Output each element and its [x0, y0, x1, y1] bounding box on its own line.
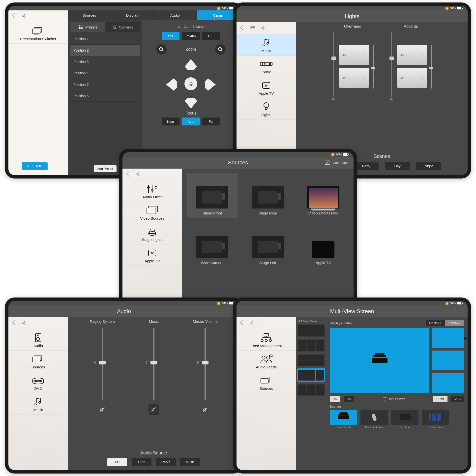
source-stage-rear[interactable]: Stage Rear — [242, 173, 293, 218]
preview-slot-2[interactable] — [432, 351, 464, 370]
preview-slot-1[interactable] — [432, 328, 464, 348]
display-1-button[interactable]: Display 1 — [426, 320, 445, 326]
input-swap-button[interactable]: Input Swap — [382, 396, 405, 402]
preview-main[interactable] — [330, 328, 429, 393]
audiosrc-dvd[interactable]: DVD — [132, 458, 151, 466]
music-slider[interactable]: 5 — [153, 328, 154, 400]
source-appletv[interactable]: Apple TV — [298, 223, 349, 267]
audiosrc-cable[interactable]: Cable — [156, 458, 176, 466]
res-2k-button[interactable]: 2K — [344, 396, 355, 402]
overhead-slider[interactable]: 68 — [331, 32, 336, 101]
accents-off-button[interactable]: OFF💡 — [397, 68, 427, 88]
back-icon[interactable] — [13, 14, 16, 19]
mvsrc-cam-feed[interactable]: Cam Feed — [391, 410, 418, 429]
mvsrc-game-feeds[interactable]: Game Feeds — [330, 410, 357, 429]
sidebar-item-music[interactable]: Music — [237, 34, 296, 56]
cam-privacy-button[interactable]: Privacy — [182, 32, 200, 40]
tab-audio[interactable]: Audio — [154, 10, 197, 20]
preset-row[interactable]: Position 1 — [70, 33, 140, 45]
master-mute[interactable] — [200, 404, 210, 415]
preview-slot-3[interactable] — [432, 373, 464, 393]
subtab-cameras[interactable]: Cameras — [105, 22, 140, 32]
overhead-off-button[interactable]: OFF💡 — [339, 68, 369, 88]
back-icon[interactable] — [127, 172, 130, 177]
source-video-effects-mac[interactable]: Video Effects Mac — [298, 173, 349, 218]
focus-far-button[interactable]: Far — [202, 118, 220, 125]
preset-row[interactable]: Position 2 — [70, 45, 140, 56]
layout-3[interactable] — [298, 339, 325, 352]
scene-party[interactable]: Party — [354, 162, 379, 170]
sidebar-item-sources[interactable]: Sources — [237, 372, 296, 393]
back-icon[interactable] — [13, 321, 16, 326]
dpad-left[interactable] — [166, 78, 177, 91]
release-button[interactable]: RELEASE — [22, 162, 48, 170]
scene-night[interactable]: Night — [416, 162, 441, 170]
accents-mini-slider[interactable] — [430, 45, 432, 89]
mvsrc-game-stats[interactable]: Game Stats — [422, 410, 449, 429]
res-4k-button[interactable]: 4K — [330, 396, 340, 402]
paging-slider[interactable]: 5 — [102, 328, 103, 400]
speaker-icon[interactable] — [250, 320, 255, 327]
sidebar-item-video-sources[interactable]: Video Sources — [122, 202, 182, 223]
sidebar-item-audio-mixer[interactable]: Audio Mixer — [122, 180, 182, 202]
audiosrc-music[interactable]: Music — [180, 458, 200, 466]
tab-display[interactable]: Display — [111, 10, 154, 20]
sidebar-item-sources[interactable]: Sources — [8, 351, 68, 372]
sidebar-item-stage-lights[interactable]: Stage Lights — [122, 223, 182, 244]
layout-2[interactable] — [298, 324, 325, 337]
back-icon[interactable] — [241, 26, 244, 30]
back-icon[interactable] — [241, 321, 244, 326]
dpad-right[interactable] — [205, 78, 216, 91]
overhead-mini-slider[interactable] — [372, 45, 374, 89]
sofa-icon[interactable] — [250, 25, 255, 31]
source-stage-left[interactable]: Stage Left — [242, 223, 293, 267]
source-wide-camera[interactable]: Wide Camera — [187, 223, 238, 267]
zoom-in-button[interactable] — [215, 44, 226, 55]
sidebar-item-audio-feeds[interactable]: Audio Feeds — [237, 351, 296, 372]
paging-mute[interactable] — [97, 404, 108, 415]
audiosrc-pc[interactable]: PC — [107, 458, 127, 466]
video-mute-button[interactable]: Video Mute — [325, 160, 349, 165]
preset-row[interactable]: Position 5 — [70, 79, 140, 90]
add-preset-button[interactable]: Add Preset — [94, 165, 117, 172]
layout-1-3[interactable] — [298, 369, 325, 381]
layout-4[interactable] — [298, 354, 325, 366]
music-mute[interactable] — [149, 404, 159, 415]
accents-slider[interactable]: 68 — [389, 32, 394, 101]
sidebar-item-appletv[interactable]: tv Apple TV — [237, 77, 296, 98]
focus-near-button[interactable]: Near — [162, 118, 179, 125]
out-hdmi-button[interactable]: HDMI — [433, 396, 447, 402]
zoom-out-button[interactable] — [156, 44, 167, 55]
out-vga-button[interactable]: VGA — [451, 396, 464, 402]
sidebar-item-music[interactable]: Music — [8, 393, 68, 415]
cam-on-button[interactable]: ON — [162, 32, 179, 40]
cam-off-button[interactable]: OFF — [202, 32, 220, 40]
sidebar-item-appletv[interactable]: tv Apple TV — [122, 244, 182, 266]
overhead-on-button[interactable]: ON💡 — [339, 45, 369, 65]
sidebar-item-audio[interactable]: Audio — [8, 329, 68, 351]
dpad-home[interactable] — [184, 77, 197, 90]
accents-on-button[interactable]: ON💡 — [397, 45, 427, 65]
sidebar-item-dvd[interactable]: DVD — [8, 372, 68, 393]
sidebar-item-lights[interactable]: Lights — [237, 98, 296, 119]
layout-6[interactable] — [298, 384, 325, 396]
preset-row[interactable]: Position 6 — [70, 90, 140, 102]
sidebar-item-feed-management[interactable]: Feed Management — [237, 329, 296, 351]
dpad-up[interactable] — [185, 59, 197, 70]
tab-sources[interactable]: Sources — [68, 10, 111, 20]
dpad-down[interactable] — [185, 98, 197, 109]
speaker-icon[interactable] — [22, 13, 27, 20]
sidebar-item-presentation-switcher[interactable]: Presentation Switcher — [8, 22, 68, 44]
source-stage-front[interactable]: Stage Front — [187, 173, 238, 218]
speaker-icon[interactable] — [136, 171, 141, 178]
subtab-presets[interactable]: Presets — [70, 22, 105, 32]
scene-day[interactable]: Day — [385, 162, 410, 170]
display-2-button[interactable]: Display 2 — [445, 320, 464, 326]
speaker-icon[interactable] — [261, 25, 266, 31]
speaker-icon[interactable] — [22, 320, 27, 327]
preset-row[interactable]: Position 4 — [70, 67, 140, 79]
preset-row[interactable]: Position 3 — [70, 56, 140, 67]
sidebar-item-cable[interactable]: Cable — [237, 56, 296, 77]
mvsrc-commentators[interactable]: Commentators — [360, 410, 388, 429]
focus-auto-button[interactable]: Auto — [182, 118, 200, 125]
